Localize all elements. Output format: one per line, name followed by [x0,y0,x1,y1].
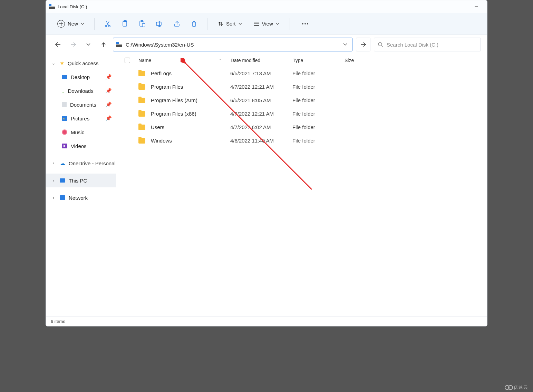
item-count: 6 items [51,319,65,324]
watermark: 亿速云 [505,384,528,391]
column-date[interactable]: Date modified [227,58,289,63]
file-row[interactable]: Program Files (x86) 4/7/2022 12:21 AM Fi… [116,107,487,120]
search-icon [378,42,383,47]
address-input[interactable] [126,42,341,48]
file-date: 4/7/2022 12:21 AM [227,84,289,90]
window-title: Local Disk (C:) [58,4,87,9]
file-date: 6/5/2021 7:13 AM [227,70,289,76]
sidebar-item-this-pc[interactable]: › This PC [46,174,116,187]
sidebar-label: Videos [71,143,87,149]
sort-label: Sort [226,21,236,27]
sidebar-item-downloads[interactable]: ↓ Downloads 📌 [46,84,116,98]
view-icon [254,21,259,26]
file-date: 4/7/2022 12:21 AM [227,111,289,117]
sidebar-label: Pictures [71,116,89,121]
chevron-down-icon [239,23,242,25]
svg-rect-6 [141,20,143,21]
column-type[interactable]: Type [289,58,341,63]
svg-point-16 [304,23,306,24]
file-date: 4/7/2022 6:02 AM [227,124,289,130]
folder-icon [138,84,145,90]
pictures-icon [62,116,67,121]
sidebar-label: Documents [70,102,96,108]
rename-button[interactable] [152,17,167,31]
titlebar: Local Disk (C:) [46,0,487,13]
column-name[interactable]: Name ⌃ [136,58,227,63]
file-row[interactable]: Users 4/7/2022 6:02 AM File folder [116,120,487,134]
more-button[interactable] [295,17,315,31]
sidebar-item-onedrive[interactable]: › ☁ OneDrive - Personal [46,156,116,170]
svg-point-15 [302,23,303,24]
file-type: File folder [289,97,341,103]
folder-icon [138,71,145,76]
share-button[interactable] [169,17,184,31]
cut-button[interactable] [100,17,115,31]
separator [94,18,95,30]
download-icon: ↓ [62,88,65,94]
pin-icon: 📌 [105,88,112,94]
file-date: 6/5/2021 8:05 AM [227,97,289,103]
column-headers: Name ⌃ Date modified Type Size [116,54,487,67]
svg-point-17 [307,23,308,24]
plus-circle-icon [57,20,65,28]
sidebar-item-quick-access[interactable]: ⌄ ★ Quick access [46,56,116,70]
address-bar[interactable] [113,38,352,51]
sidebar-label: Network [69,195,88,201]
sidebar-item-network[interactable]: › Network [46,191,116,205]
forward-button[interactable] [67,39,79,50]
copy-button[interactable] [117,17,133,31]
sort-button[interactable]: Sort [213,17,247,31]
drive-icon [116,42,122,47]
svg-rect-7 [142,23,145,27]
pin-icon: 📌 [105,74,112,80]
paste-button[interactable] [135,17,150,31]
sidebar-item-videos[interactable]: Videos [46,139,116,153]
new-button[interactable]: New [53,17,89,31]
file-row[interactable]: Program Files (Arm) 6/5/2021 8:05 AM Fil… [116,94,487,107]
view-button[interactable]: View [249,17,284,31]
ellipsis-icon [302,23,309,25]
sidebar-item-desktop[interactable]: Desktop 📌 [46,70,116,84]
svg-point-18 [378,42,382,46]
go-button[interactable] [356,38,370,51]
navigation-row [46,35,487,54]
sort-asc-icon: ⌃ [219,58,222,63]
back-button[interactable] [52,39,64,50]
chevron-right-icon: › [51,161,56,166]
drive-icon [49,4,55,9]
select-all-checkbox[interactable] [125,58,136,63]
search-input[interactable] [387,42,477,48]
folder-icon [138,125,145,130]
video-icon [62,144,67,148]
document-icon [62,102,67,107]
desktop-icon [62,75,67,79]
sidebar-label: Quick access [68,60,98,66]
content-pane: Name ⌃ Date modified Type Size PerfLogs … [116,54,487,316]
view-label: View [262,21,273,27]
file-type: File folder [289,138,341,144]
folder-icon [138,111,145,117]
sidebar-item-pictures[interactable]: Pictures 📌 [46,111,116,125]
sidebar-label: Music [71,129,84,135]
sidebar-item-music[interactable]: Music [46,125,116,139]
svg-rect-4 [124,20,126,21]
file-type: File folder [289,84,341,90]
file-row[interactable]: Program Files 4/7/2022 12:21 AM File fol… [116,80,487,94]
file-row[interactable]: PerfLogs 6/5/2021 7:13 AM File folder [116,67,487,80]
up-button[interactable] [98,39,109,50]
recent-dropdown[interactable] [83,39,94,50]
svg-rect-8 [156,22,161,26]
sidebar-item-documents[interactable]: Documents 📌 [46,98,116,111]
folder-icon [138,98,145,103]
sidebar-label: This PC [69,178,87,184]
minimize-button[interactable] [468,1,484,12]
address-dropdown[interactable] [341,43,349,46]
search-box[interactable] [374,38,481,51]
delete-button[interactable] [186,17,202,31]
file-name: Program Files [151,84,183,90]
file-row[interactable]: Windows 4/6/2022 11:40 AM File folder [116,134,487,147]
svg-point-1 [105,25,107,27]
column-size[interactable]: Size [341,58,375,63]
chevron-down-icon [276,23,279,25]
file-name: Program Files (x86) [151,111,196,117]
